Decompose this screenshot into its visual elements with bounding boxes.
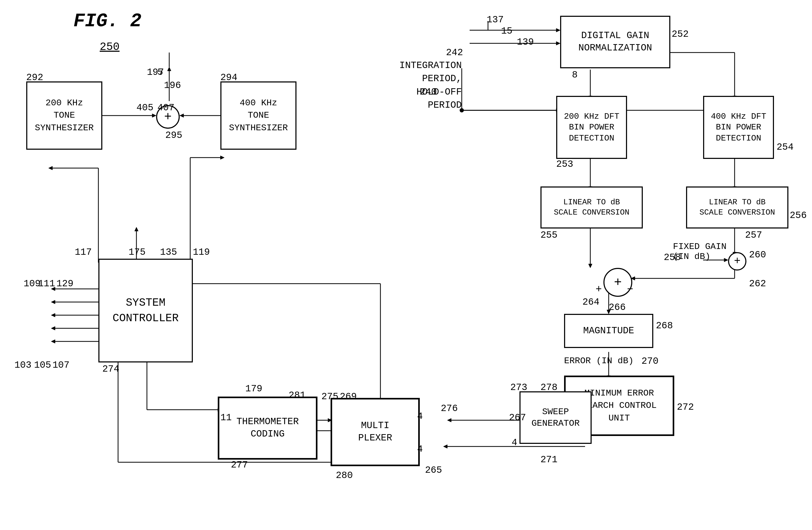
- magnitude-block: MAGNITUDE: [564, 314, 653, 348]
- label-175: 175: [129, 247, 146, 257]
- diagram-number: 250: [100, 41, 120, 53]
- system-controller-block: SYSTEMCONTROLLER: [98, 259, 193, 362]
- plus-label: +: [596, 284, 602, 295]
- integration-period-label: INTEGRATION PERIOD,HOLD-OFF PERIOD: [378, 59, 462, 112]
- label-5: 5: [157, 67, 163, 78]
- label-281: 281: [289, 390, 306, 401]
- sweep-generator-block: SWEEPGENERATOR: [520, 391, 592, 444]
- label-254: 254: [777, 142, 794, 153]
- label-137: 137: [487, 14, 504, 25]
- label-179: 179: [245, 383, 262, 394]
- label-272: 272: [677, 402, 694, 413]
- label-276: 276: [441, 403, 458, 414]
- label-8: 8: [572, 70, 578, 80]
- label-240: 240: [420, 87, 437, 97]
- svg-marker-55: [220, 156, 224, 159]
- label-271: 271: [540, 455, 557, 465]
- label-270: 270: [641, 356, 658, 367]
- label-107: 107: [53, 360, 70, 371]
- label-4c: 4: [512, 437, 517, 448]
- svg-marker-69: [51, 326, 55, 330]
- label-275: 275: [321, 391, 338, 402]
- fixed-gain-adder: +: [728, 252, 746, 270]
- svg-marker-59: [180, 114, 184, 117]
- svg-marker-61: [168, 67, 171, 71]
- label-264: 264: [582, 297, 599, 308]
- svg-marker-37: [444, 445, 447, 448]
- label-11: 11: [220, 412, 232, 423]
- label-129: 129: [56, 278, 73, 289]
- svg-marker-67: [51, 313, 55, 317]
- label-117: 117: [75, 247, 92, 257]
- svg-marker-21: [589, 264, 592, 268]
- svg-marker-71: [51, 339, 55, 343]
- label-105: 105: [34, 360, 51, 371]
- label-256: 256: [790, 210, 807, 221]
- label-280: 280: [336, 470, 353, 481]
- thermometer-coding-block: THERMOMETERCODING: [218, 396, 317, 460]
- linear-db-2-block: LINEAR TO dBSCALE CONVERSION: [686, 186, 788, 228]
- label-262: 262: [749, 278, 766, 289]
- label-4b: 4: [417, 444, 423, 455]
- label-255: 255: [540, 230, 557, 240]
- label-267: 267: [509, 412, 526, 423]
- label-405: 405: [136, 102, 154, 113]
- label-103: 103: [14, 360, 31, 371]
- label-111: 111: [38, 278, 55, 289]
- fig-title: FIG. 2: [73, 11, 141, 32]
- label-265: 265: [425, 465, 442, 476]
- dft-400-block: 400 KHz DFTBIN POWERDETECTION: [703, 96, 774, 159]
- digital-gain-normalization-block: DIGITAL GAINNORMALIZATION: [560, 16, 670, 68]
- label-135: 135: [160, 247, 177, 257]
- label-294: 294: [220, 72, 237, 83]
- dft-200-block: 200 KHz DFTBIN POWERDETECTION: [556, 96, 627, 159]
- svg-marker-3: [556, 42, 560, 45]
- label-266: 266: [609, 302, 626, 313]
- label-253: 253: [556, 159, 573, 170]
- label-15: 15: [501, 26, 512, 37]
- label-257: 257: [745, 230, 762, 240]
- label-295: 295: [165, 130, 182, 141]
- label-292: 292: [26, 72, 43, 83]
- label-278: 278: [540, 382, 557, 393]
- error-in-db-label: ERROR (IN dB): [564, 356, 634, 366]
- label-242: 242: [446, 47, 463, 58]
- label-277: 277: [231, 460, 248, 470]
- minus-label: −: [627, 284, 633, 295]
- label-407: 407: [157, 102, 174, 113]
- svg-marker-35: [447, 418, 451, 422]
- label-196: 196: [164, 80, 181, 91]
- tone-400-block: 400 KHzTONESYNTHESIZER: [220, 81, 296, 150]
- svg-marker-57: [152, 114, 156, 117]
- svg-marker-44: [134, 227, 138, 231]
- label-269: 269: [340, 391, 357, 402]
- label-260: 260: [749, 250, 766, 260]
- label-252: 252: [672, 29, 689, 40]
- multiplexer-block: MULTIPLEXER: [331, 398, 420, 466]
- label-268: 268: [656, 320, 673, 331]
- tone-200-block: 200 KHzTONESYNTHESIZER: [26, 81, 102, 150]
- label-274: 274: [102, 364, 119, 375]
- label-273: 273: [510, 382, 527, 393]
- label-4a: 4: [417, 411, 423, 422]
- svg-marker-65: [51, 300, 55, 304]
- linear-db-1-block: LINEAR TO dBSCALE CONVERSION: [540, 186, 643, 228]
- fixed-gain-label: FIXED GAIN(IN dB): [673, 242, 726, 262]
- label-119: 119: [193, 247, 210, 257]
- label-139: 139: [517, 37, 534, 47]
- svg-marker-1: [556, 28, 560, 32]
- svg-marker-52: [48, 166, 53, 170]
